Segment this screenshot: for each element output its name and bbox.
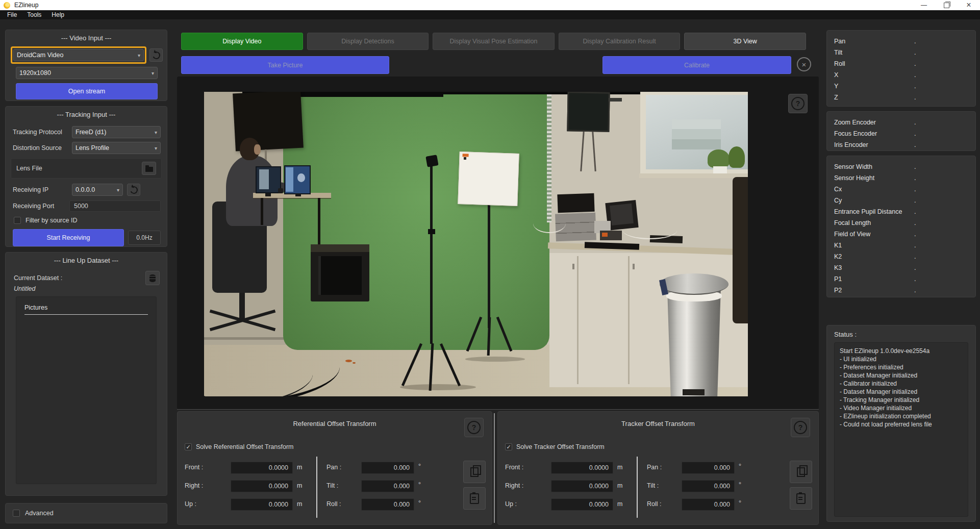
pictures-list-header: Pictures: [24, 304, 148, 315]
protocol-dropdown[interactable]: FreeD (d1) ▾: [72, 126, 161, 138]
value-label: Focal Length: [834, 219, 871, 226]
tilt-input[interactable]: [682, 480, 735, 492]
status-log-line: - Calibrator initialized: [840, 380, 963, 388]
distortion-dropdown[interactable]: Lens Profile ▾: [72, 142, 161, 154]
video-help-button[interactable]: ?: [788, 94, 808, 113]
value-readout: .: [914, 141, 916, 148]
pan-input[interactable]: [682, 462, 735, 474]
status-log-line: - Tracking Manager initialized: [840, 396, 963, 404]
pan-input[interactable]: [361, 462, 414, 474]
device-highlight: DroidCam Video ▾: [11, 46, 146, 64]
current-dataset-value: Untitled: [14, 285, 159, 292]
refresh-devices-button[interactable]: [149, 48, 163, 62]
tilt-unit: °: [418, 481, 421, 488]
chevron-down-icon: ▾: [155, 145, 157, 151]
minimize-button[interactable]: —: [913, 0, 935, 10]
roll-input[interactable]: [361, 498, 414, 511]
value-row: Tilt.: [834, 47, 968, 58]
menu-file[interactable]: File: [2, 10, 22, 19]
advanced-checkbox[interactable]: [13, 510, 20, 517]
value-row: Focal Length.: [834, 217, 968, 229]
monitor-stand: [265, 193, 271, 196]
solve-referential-checkbox[interactable]: ✓: [185, 443, 192, 450]
minimize-icon: —: [921, 2, 927, 9]
hanging-jacket: [733, 177, 748, 323]
ezlineup-window: EZlineup — × File Tools Help --- Video I…: [0, 0, 980, 529]
pictures-list[interactable]: Pictures: [16, 296, 157, 484]
value-row: Cy.: [834, 195, 968, 206]
plant-pot: [713, 166, 727, 173]
close-stream-button[interactable]: ×: [797, 57, 811, 71]
copy-transform-button[interactable]: [790, 461, 812, 483]
filter-source-checkbox[interactable]: [14, 217, 21, 224]
trashcan-pedal: [683, 389, 705, 395]
aruco-marker: [464, 158, 466, 160]
menu-help[interactable]: Help: [46, 10, 69, 19]
green-screen-clips: [547, 94, 552, 222]
start-receiving-button[interactable]: Start Receiving: [13, 229, 124, 246]
counter-cable: [533, 214, 566, 233]
refresh-icon: [151, 50, 161, 60]
tripod-front-collar: [428, 229, 435, 235]
up-input[interactable]: [231, 498, 293, 511]
refresh-ip-button[interactable]: [127, 184, 140, 196]
right-unit: m: [297, 482, 302, 489]
paste-transform-button[interactable]: [790, 487, 812, 510]
tracker-help-button[interactable]: ?: [791, 418, 810, 437]
receiving-port-input[interactable]: [69, 200, 161, 212]
monitor-left-content: [259, 169, 269, 189]
right-input[interactable]: [231, 480, 293, 492]
tripod-shadow: [465, 357, 525, 362]
solve-tracker-checkbox[interactable]: ✓: [505, 443, 512, 450]
value-row: K1.: [834, 240, 968, 251]
tab-3d-view[interactable]: 3D View: [684, 33, 806, 50]
up-unit: m: [617, 500, 622, 508]
roll-input[interactable]: [682, 498, 735, 511]
counter-device-dark-box: [557, 193, 595, 213]
receiving-ip-label: Receiving IP: [13, 186, 72, 193]
up-input[interactable]: [551, 498, 613, 511]
value-readout: .: [914, 231, 916, 238]
value-row: Z.: [834, 92, 968, 103]
roll-unit: °: [418, 499, 421, 507]
copy-transform-button[interactable]: [463, 461, 486, 483]
value-readout: .: [914, 163, 916, 170]
value-readout: .: [914, 208, 916, 215]
value-label: Tilt: [834, 49, 842, 56]
close-icon: ×: [966, 1, 971, 10]
dataset-manager-button[interactable]: [145, 271, 160, 285]
tab-display-calibration-result[interactable]: Display Calibration Result: [559, 33, 681, 50]
tab-display-visual-pose-estimation[interactable]: Display Visual Pose Estimation: [433, 33, 555, 50]
referential-help-button[interactable]: ?: [464, 418, 484, 437]
window-sill: [639, 173, 748, 178]
video-device-dropdown[interactable]: DroidCam Video ▾: [13, 49, 144, 61]
field-divider: [637, 457, 638, 518]
take-picture-button[interactable]: Take Picture: [181, 56, 389, 74]
tilt-input[interactable]: [361, 480, 414, 492]
referential-offset-title: Referential Offset Transform: [178, 420, 492, 427]
front-input[interactable]: [551, 462, 613, 474]
paste-transform-button[interactable]: [463, 487, 486, 510]
value-label: K2: [834, 253, 842, 260]
resolution-dropdown[interactable]: 1920x1080 ▾: [16, 67, 158, 79]
tab-display-video[interactable]: Display Video: [181, 33, 303, 50]
menu-tools[interactable]: Tools: [22, 10, 46, 19]
front-unit: m: [297, 464, 302, 471]
cabinet-seam: [577, 256, 579, 384]
separator-line: [177, 409, 819, 410]
tab-display-detections[interactable]: Display Detections: [307, 33, 429, 50]
check-icon: ✓: [186, 444, 190, 450]
chevron-down-icon: ▾: [152, 70, 154, 76]
maximize-button[interactable]: [935, 0, 958, 10]
status-log-line: Start EZlineup 1.0.0dev-ee2554a: [840, 347, 963, 355]
camera-video-feed: [204, 92, 748, 396]
right-input[interactable]: [551, 480, 613, 492]
open-stream-button[interactable]: Open stream: [16, 83, 158, 99]
front-input[interactable]: [231, 462, 293, 474]
advanced-label: Advanced: [25, 510, 54, 517]
receiving-ip-dropdown[interactable]: 0.0.0.0 ▾: [72, 184, 123, 196]
status-log[interactable]: Start EZlineup 1.0.0dev-ee2554a- UI init…: [834, 342, 968, 517]
browse-lens-file-button[interactable]: [142, 162, 156, 175]
calibrate-button[interactable]: Calibrate: [602, 56, 791, 74]
close-button[interactable]: ×: [958, 0, 980, 10]
